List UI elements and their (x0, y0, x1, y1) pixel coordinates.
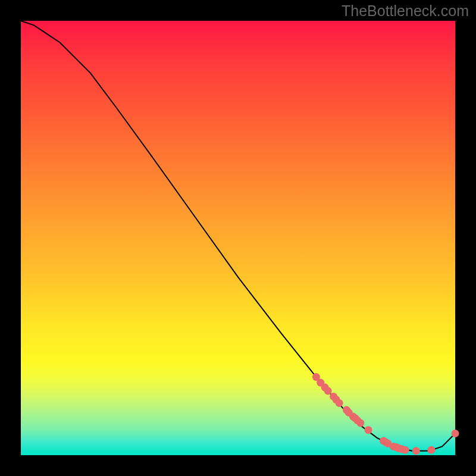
chart-svg (21, 21, 455, 455)
chart-marker (336, 399, 343, 407)
watermark-text: TheBottleneck.com (342, 2, 469, 20)
chart-plot-area (21, 21, 455, 455)
chart-marker (356, 419, 364, 427)
chart-marker (452, 430, 459, 437)
chart-marker (402, 446, 409, 454)
chart-marker (427, 446, 435, 454)
chart-marker (365, 426, 372, 434)
chart-curve (21, 21, 455, 451)
chart-marker (412, 447, 420, 455)
chart-marker (324, 387, 332, 394)
chart-markers (312, 373, 459, 455)
